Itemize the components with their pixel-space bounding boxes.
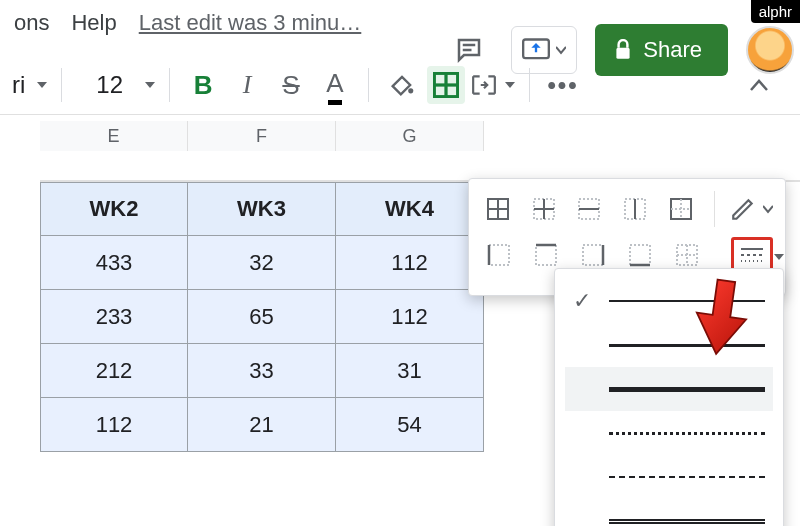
- col-header[interactable]: G: [336, 121, 484, 151]
- cell[interactable]: 112: [40, 398, 188, 452]
- cell[interactable]: 233: [40, 290, 188, 344]
- cell[interactable]: 212: [40, 344, 188, 398]
- cell[interactable]: 54: [336, 398, 484, 452]
- bold-button[interactable]: B: [184, 66, 222, 104]
- border-inner-icon[interactable]: [527, 191, 561, 227]
- svg-point-4: [408, 88, 413, 93]
- italic-button[interactable]: I: [228, 66, 266, 104]
- col-header[interactable]: E: [40, 121, 188, 151]
- chevron-down-icon: [763, 204, 773, 214]
- lock-icon: [613, 39, 633, 61]
- border-style-option[interactable]: ✓: [565, 279, 773, 323]
- last-edit-link[interactable]: Last edit was 3 minu…: [139, 10, 362, 36]
- svg-rect-25: [583, 245, 603, 265]
- cell[interactable]: 112: [336, 290, 484, 344]
- cell[interactable]: 31: [336, 344, 484, 398]
- border-style-option[interactable]: [565, 499, 773, 526]
- fill-color-button[interactable]: [383, 66, 421, 104]
- cell[interactable]: 32: [188, 236, 336, 290]
- border-outer-icon[interactable]: [664, 191, 698, 227]
- border-color-button[interactable]: [725, 191, 761, 227]
- border-style-option[interactable]: [565, 455, 773, 499]
- font-family-dropdown[interactable]: ri: [8, 66, 47, 104]
- cell[interactable]: 112: [336, 236, 484, 290]
- svg-rect-23: [536, 245, 556, 265]
- border-style-option[interactable]: [565, 367, 773, 411]
- share-label: Share: [643, 37, 702, 63]
- border-style-option[interactable]: [565, 411, 773, 455]
- check-icon: ✓: [573, 288, 595, 314]
- svg-rect-3: [617, 48, 630, 59]
- cell[interactable]: 65: [188, 290, 336, 344]
- menu-item-help[interactable]: Help: [71, 10, 116, 36]
- merge-cells-button[interactable]: [471, 66, 515, 104]
- cell[interactable]: WK2: [40, 182, 188, 236]
- border-style-panel: ✓: [554, 268, 784, 526]
- strike-button[interactable]: S: [272, 66, 310, 104]
- collapse-toolbar-button[interactable]: [748, 66, 786, 104]
- font-size-dropdown[interactable]: 12: [76, 66, 155, 104]
- cell[interactable]: 21: [188, 398, 336, 452]
- cell[interactable]: WK3: [188, 182, 336, 236]
- border-all-icon[interactable]: [481, 191, 515, 227]
- watermark-badge: alphr: [751, 0, 800, 23]
- text-color-button[interactable]: A: [316, 66, 354, 104]
- share-button[interactable]: Share: [595, 24, 728, 76]
- svg-rect-21: [489, 245, 509, 265]
- border-style-option[interactable]: [565, 323, 773, 367]
- border-horizontal-icon[interactable]: [573, 191, 607, 227]
- column-headers: E F G: [40, 121, 800, 151]
- svg-rect-27: [630, 245, 650, 265]
- borders-button[interactable]: [427, 66, 465, 104]
- border-left-icon[interactable]: [481, 237, 516, 273]
- more-tools-button[interactable]: •••: [544, 66, 582, 104]
- chevron-down-icon: [556, 45, 566, 55]
- cell[interactable]: 33: [188, 344, 336, 398]
- cell[interactable]: 433: [40, 236, 188, 290]
- border-vertical-icon[interactable]: [618, 191, 652, 227]
- cell[interactable]: WK4: [336, 182, 484, 236]
- menu-item-extensions[interactable]: ons: [14, 10, 49, 36]
- col-header[interactable]: F: [188, 121, 336, 151]
